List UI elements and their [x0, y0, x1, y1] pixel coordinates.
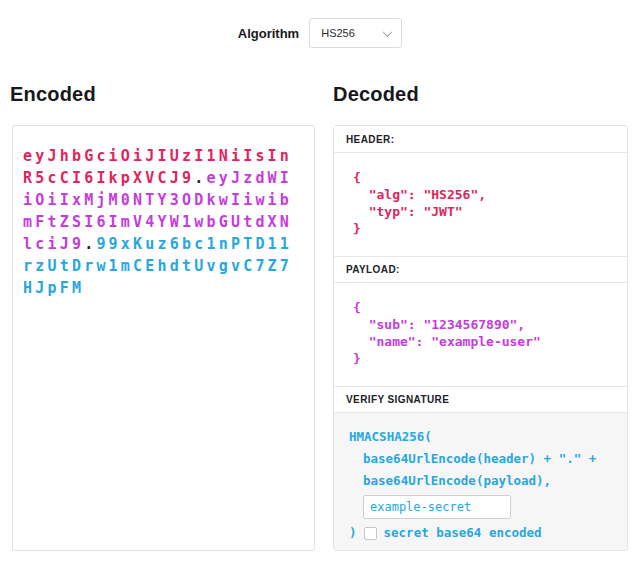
- jwt-token-text: eyJhbGciOiJIUzI1NiIsInR5cCI6IkpXVCJ9.eyJ…: [23, 145, 299, 299]
- algorithm-label: Algorithm: [238, 26, 299, 41]
- secret-base64-checkbox[interactable]: [364, 527, 377, 540]
- chevron-down-icon: [383, 27, 393, 37]
- signature-pseudocode-line3: base64UrlEncode(payload),: [363, 470, 615, 492]
- decoded-payload-json[interactable]: { "sub": "1234567890", "name": "example-…: [334, 283, 627, 386]
- header-section-bar: HEADER:: [334, 126, 627, 153]
- encoded-token-editor[interactable]: eyJhbGciOiJIUzI1NiIsInR5cCI6IkpXVCJ9.eyJ…: [12, 125, 315, 551]
- verify-signature-section-bar: VERIFY SIGNATURE: [334, 386, 627, 413]
- verify-signature-label: VERIFY SIGNATURE: [346, 394, 449, 405]
- decoded-panel: HEADER: { "alg": "HS256", "typ": "JWT" }…: [333, 125, 628, 551]
- algorithm-selected-value: HS256: [321, 27, 355, 39]
- algorithm-row: Algorithm HS256: [0, 18, 640, 48]
- signature-area: HMACSHA256( base64UrlEncode(header) + ".…: [334, 413, 627, 550]
- signature-closing-row: ) secret base64 encoded: [349, 522, 615, 544]
- token-separator: .: [84, 235, 96, 253]
- payload-section-label: PAYLOAD:: [346, 264, 400, 275]
- algorithm-select[interactable]: HS256: [309, 18, 402, 48]
- encoded-heading: Encoded: [10, 83, 96, 106]
- signature-pseudocode-line1: HMACSHA256(: [349, 426, 615, 448]
- header-section-label: HEADER:: [346, 134, 394, 145]
- decoded-heading: Decoded: [333, 83, 419, 106]
- payload-section-bar: PAYLOAD:: [334, 256, 627, 283]
- secret-base64-checkbox-label[interactable]: secret base64 encoded: [384, 522, 542, 544]
- signature-pseudocode-line2: base64UrlEncode(header) + "." +: [363, 448, 615, 470]
- token-separator: .: [194, 169, 206, 187]
- secret-input[interactable]: [363, 495, 511, 519]
- closing-paren: ): [349, 522, 357, 544]
- decoded-header-json[interactable]: { "alg": "HS256", "typ": "JWT" }: [334, 153, 627, 256]
- jwt-debugger: Algorithm HS256 Encoded Decoded eyJhbGci…: [0, 0, 640, 574]
